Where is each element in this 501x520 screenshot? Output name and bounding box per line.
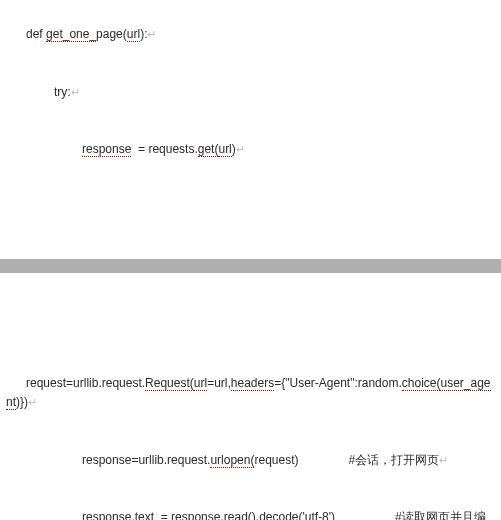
- code-text: request): [254, 453, 298, 467]
- squiggle-text: url: [218, 142, 231, 157]
- page-separator: [0, 259, 501, 273]
- code-text: def: [26, 27, 46, 41]
- squiggle-text: response.text: [82, 510, 154, 520]
- paragraph-mark-icon: ↵: [236, 143, 245, 155]
- squiggle-text: url: [194, 376, 207, 391]
- code-line: response = requests.get(url)↵: [6, 121, 495, 179]
- code-text: response=urllib.request.: [82, 453, 210, 467]
- code-text: request=urllib.request.: [26, 376, 145, 390]
- squiggle-text: urlopen(: [210, 453, 254, 468]
- paragraph-mark-icon: ↵: [28, 396, 37, 408]
- code-block-2: request=urllib.request.Request(url=url,h…: [0, 355, 501, 520]
- code-spacer: [335, 510, 395, 520]
- code-text: =url,: [207, 376, 231, 390]
- paragraph-mark-icon: ↵: [439, 454, 448, 466]
- squiggle-text: get(: [198, 142, 219, 157]
- code-line: try:↵: [6, 64, 495, 122]
- code-spacer: [299, 453, 349, 467]
- squiggle-text: response: [82, 142, 131, 157]
- code-text: ={"User-Agent":random.: [274, 376, 402, 390]
- code-line: request=urllib.request.Request(url=url,h…: [6, 355, 495, 432]
- code-line: response.text = response.read().decode('…: [6, 489, 495, 520]
- code-text: ).decode('utf-8'): [252, 510, 335, 520]
- squiggle-text: Request(: [145, 376, 194, 391]
- code-line: def get_one_page(url):↵: [6, 6, 495, 64]
- code-text: try:: [54, 85, 71, 99]
- document-page: def get_one_page(url):↵ try:↵ response =…: [0, 0, 501, 520]
- code-text: = response.: [154, 510, 224, 520]
- code-text: )}): [16, 395, 28, 409]
- code-text: page(: [96, 27, 127, 41]
- code-block-1: def get_one_page(url):↵ try:↵ response =…: [0, 0, 501, 179]
- squiggle-text: headers: [231, 376, 274, 391]
- squiggle-text: choice(: [402, 376, 441, 391]
- squiggle-text: read(: [224, 510, 252, 520]
- paragraph-mark-icon: ↵: [71, 86, 80, 98]
- code-text: = requests.: [131, 142, 197, 156]
- squiggle-text: url: [127, 27, 140, 42]
- paragraph-mark-icon: ↵: [147, 28, 156, 40]
- code-text: #会话，打开网页: [349, 453, 440, 467]
- code-line: response=urllib.request.urlopen(request)…: [6, 431, 495, 489]
- squiggle-text: get_one_: [46, 27, 96, 42]
